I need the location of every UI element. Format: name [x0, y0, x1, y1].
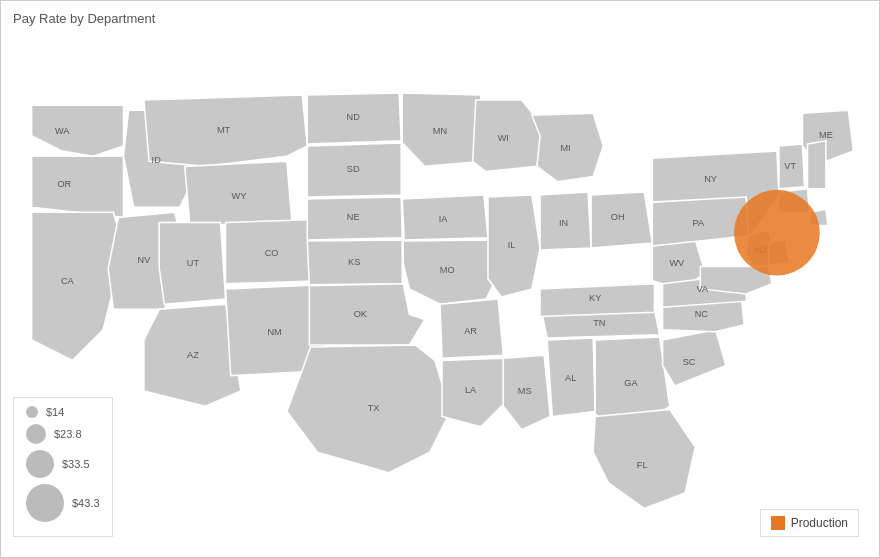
state-NH: [808, 141, 826, 189]
label-PA: PA: [693, 218, 705, 228]
label-CA: CA: [61, 276, 75, 286]
label-ID: ID: [152, 155, 162, 165]
state-OR: [32, 156, 124, 217]
label-AR: AR: [464, 326, 477, 336]
label-NY: NY: [704, 174, 717, 184]
label-IA: IA: [439, 214, 449, 224]
label-KS: KS: [348, 257, 360, 267]
production-color-swatch: [771, 516, 785, 530]
legend-item-1: $14: [26, 406, 100, 418]
label-CO: CO: [265, 248, 279, 258]
production-legend: Production: [760, 509, 859, 537]
label-SC: SC: [683, 357, 696, 367]
label-IL: IL: [508, 240, 516, 250]
label-KY: KY: [589, 293, 601, 303]
label-OR: OR: [57, 179, 71, 189]
label-LA: LA: [465, 385, 477, 395]
legend-circle-1: [26, 406, 38, 418]
label-NM: NM: [267, 327, 281, 337]
legend-label-1: $14: [46, 406, 64, 418]
label-WI: WI: [498, 133, 509, 143]
us-map-svg: WA OR CA ID NV MT WY UT AZ CO NM ND SD N…: [1, 31, 879, 557]
label-SD: SD: [347, 165, 360, 175]
map-area: WA OR CA ID NV MT WY UT AZ CO NM ND SD N…: [1, 31, 879, 557]
chart-container: Pay Rate by Department: [0, 0, 880, 558]
label-TX: TX: [368, 403, 380, 413]
label-WV: WV: [669, 258, 685, 268]
label-NE: NE: [347, 212, 360, 222]
production-label: Production: [791, 516, 848, 530]
label-TN: TN: [593, 318, 605, 328]
label-ND: ND: [347, 112, 361, 122]
label-OH: OH: [611, 212, 625, 222]
label-AZ: AZ: [187, 350, 199, 360]
legend-circle-3: [26, 450, 54, 478]
label-NV: NV: [138, 255, 152, 265]
label-VT: VT: [784, 161, 796, 171]
production-bubble: [734, 190, 820, 276]
label-NC: NC: [695, 309, 709, 319]
label-OK: OK: [354, 309, 368, 319]
legend-label-2: $23.8: [54, 428, 82, 440]
label-WA: WA: [55, 126, 70, 136]
label-AL: AL: [565, 373, 576, 383]
label-FL: FL: [637, 460, 648, 470]
label-VA: VA: [697, 284, 709, 294]
state-WA: [32, 105, 124, 156]
label-IN: IN: [559, 218, 568, 228]
label-WY: WY: [231, 191, 246, 201]
legend-item-3: $33.5: [26, 450, 100, 478]
label-ME: ME: [819, 130, 833, 140]
label-MI: MI: [560, 143, 570, 153]
legend-label-4: $43.3: [72, 497, 100, 509]
legend-circle-4: [26, 484, 64, 522]
label-MN: MN: [433, 126, 447, 136]
legend-item-2: $23.8: [26, 424, 100, 444]
label-MT: MT: [217, 125, 231, 135]
size-legend: $14 $23.8 $33.5 $43.3: [13, 397, 113, 537]
label-UT: UT: [187, 258, 200, 268]
legend-label-3: $33.5: [62, 458, 90, 470]
legend-item-4: $43.3: [26, 484, 100, 522]
legend-circle-2: [26, 424, 46, 444]
label-MS: MS: [518, 386, 532, 396]
chart-title: Pay Rate by Department: [13, 11, 155, 26]
label-GA: GA: [624, 378, 638, 388]
label-MO: MO: [440, 265, 455, 275]
